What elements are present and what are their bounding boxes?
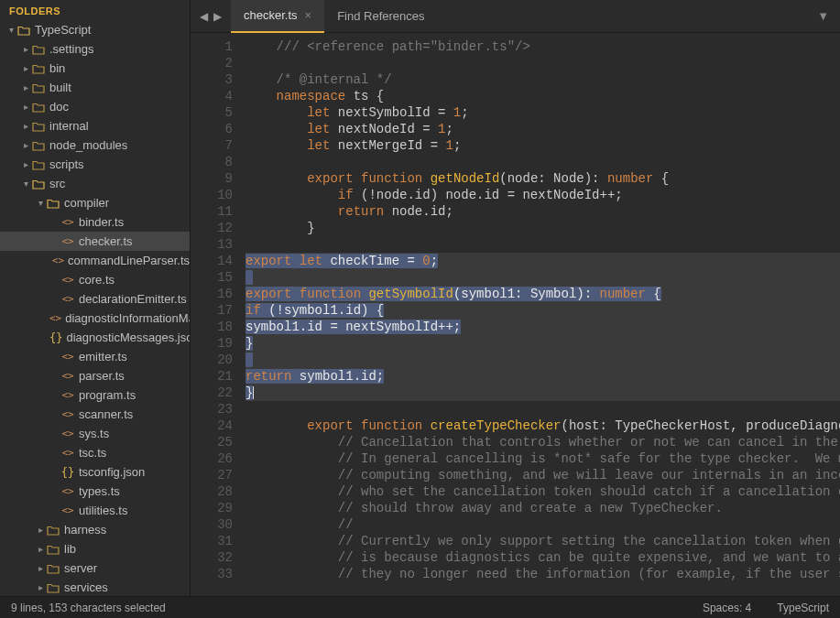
tree-item-label: .settings [49,42,93,56]
file-item[interactable]: <>core.ts [0,270,190,289]
folder-item[interactable]: ▸server [0,558,190,578]
folder-item[interactable]: ▸.settings [0,39,190,59]
code-line[interactable]: export function getSymbolId(symbol1: Sym… [245,286,840,302]
folder-item[interactable]: ▸bin [0,59,190,78]
code-line[interactable]: // In general cancelling is *not* safe f… [245,450,840,467]
file-item[interactable]: <>scanner.ts [0,405,190,424]
file-item[interactable]: <>tsc.ts [0,443,190,462]
folder-item[interactable]: ▸built [0,78,190,97]
code-line[interactable]: // [245,516,840,533]
code-line[interactable]: // who set the cancellation token should… [245,483,840,500]
file-tree[interactable]: ▾TypeScript▸.settings▸bin▸built▸doc▸inte… [0,20,190,596]
folder-item[interactable]: ▾compiler [0,193,190,212]
code-line[interactable] [245,352,840,368]
line-number: 14 [191,253,233,269]
code-line[interactable]: // should throw away and create a new Ty… [245,500,840,516]
code-line[interactable] [245,55,840,71]
tab-find-references[interactable]: Find References [324,0,437,33]
folder-item[interactable]: ▸node_modules [0,136,190,155]
tree-arrow-icon[interactable]: ▸ [20,159,31,169]
code-line[interactable]: } [245,335,840,352]
ts-file-icon: <> [60,351,75,363]
nav-forward-icon[interactable]: ▶ [213,10,222,23]
code-area[interactable]: /// <reference path="binder.ts"/> /* @in… [245,33,840,596]
tree-item-label: tsconfig.json [79,465,145,479]
file-item[interactable]: <>utilities.ts [0,501,190,520]
tree-arrow-icon[interactable]: ▾ [20,179,31,189]
code-line[interactable]: // Currently we only support setting the… [245,533,840,549]
tree-arrow-icon[interactable]: ▸ [35,525,46,535]
editor-body[interactable]: 1234567891011121314151617181920212223242… [191,33,840,596]
file-item[interactable]: <>binder.ts [0,212,190,232]
code-line[interactable] [245,154,840,170]
folder-item[interactable]: ▾TypeScript [0,20,190,39]
line-number: 1 [191,38,233,55]
file-item[interactable]: <>parser.ts [0,366,190,385]
tree-item-label: compiler [64,196,109,210]
folder-item[interactable]: ▸internal [0,116,190,136]
status-language[interactable]: TypeScript [777,602,829,614]
status-selection: 9 lines, 153 characters selected [11,602,166,614]
code-line[interactable] [245,401,840,417]
code-line[interactable]: // Cancellation that controls whether or… [245,434,840,450]
folder-item[interactable]: ▸scripts [0,155,190,174]
code-line[interactable]: export function getNodeId(node: Node): n… [245,170,840,187]
code-line[interactable]: } [245,385,840,401]
file-item[interactable]: <>checker.ts [0,232,190,251]
file-item[interactable]: <>sys.ts [0,424,190,443]
tree-arrow-icon[interactable]: ▸ [35,563,46,573]
code-line[interactable]: let nextNodeId = 1; [245,121,840,137]
tree-arrow-icon[interactable]: ▸ [20,121,31,131]
file-item[interactable]: <>program.ts [0,385,190,405]
tab-checker[interactable]: checker.ts × [231,0,324,33]
tree-arrow-icon[interactable]: ▸ [35,582,46,592]
line-number: 10 [191,187,233,203]
code-line[interactable]: /* @internal */ [245,71,840,88]
code-line[interactable]: return symbol1.id; [245,368,840,385]
tree-arrow-icon[interactable]: ▾ [5,25,16,35]
nav-back-icon[interactable]: ◀ [200,10,208,23]
code-line[interactable]: namespace ts { [245,88,840,104]
file-item[interactable]: <>commandLineParser.ts [0,251,190,270]
file-item[interactable]: <>emitter.ts [0,347,190,366]
folder-item[interactable]: ▸services [0,578,190,596]
tree-arrow-icon[interactable]: ▸ [35,544,46,554]
code-line[interactable]: if (!node.id) node.id = nextNodeId++; [245,187,840,203]
code-line[interactable]: // computing something, and we will leav… [245,467,840,483]
ts-file-icon: <> [60,274,75,286]
file-item[interactable]: {}diagnosticMessages.json [0,328,190,347]
status-indentation[interactable]: Spaces: 4 [703,602,751,614]
tree-arrow-icon[interactable]: ▸ [20,44,31,54]
code-line[interactable]: } [245,220,840,236]
code-line[interactable] [245,236,840,253]
code-line[interactable]: // is because diagnostics can be quite e… [245,549,840,566]
code-line[interactable]: /// <reference path="binder.ts"/> [245,38,840,55]
tree-arrow-icon[interactable]: ▸ [20,63,31,73]
code-line[interactable]: if (!symbol1.id) { [245,302,840,319]
file-item[interactable]: {}tsconfig.json [0,462,190,482]
code-line[interactable]: // they no longer need the information (… [245,566,840,582]
folder-icon [46,544,60,555]
tree-arrow-icon[interactable]: ▸ [20,102,31,112]
code-line[interactable]: let nextSymbolId = 1; [245,104,840,121]
file-item[interactable]: <>types.ts [0,482,190,501]
code-line[interactable] [245,269,840,286]
code-line[interactable]: export function createTypeChecker(host: … [245,417,840,434]
line-number: 30 [191,516,233,533]
file-item[interactable]: <>declarationEmitter.ts [0,289,190,309]
line-number: 32 [191,549,233,566]
folder-item[interactable]: ▾src [0,174,190,193]
close-icon[interactable]: × [305,8,312,22]
tree-arrow-icon[interactable]: ▸ [20,140,31,150]
tree-arrow-icon[interactable]: ▾ [35,198,46,208]
code-line[interactable]: symbol1.id = nextSymbolId++; [245,319,840,335]
tree-arrow-icon[interactable]: ▸ [20,82,31,92]
code-line[interactable]: export let checkTime = 0; [245,253,840,269]
code-line[interactable]: return node.id; [245,203,840,220]
folder-item[interactable]: ▸lib [0,539,190,558]
code-line[interactable]: let nextMergeId = 1; [245,137,840,154]
folder-item[interactable]: ▸harness [0,520,190,539]
folder-item[interactable]: ▸doc [0,97,190,116]
tabbar-menu-icon[interactable]: ▼ [817,9,840,23]
file-item[interactable]: <>diagnosticInformationMap.generated.ts [0,309,190,328]
